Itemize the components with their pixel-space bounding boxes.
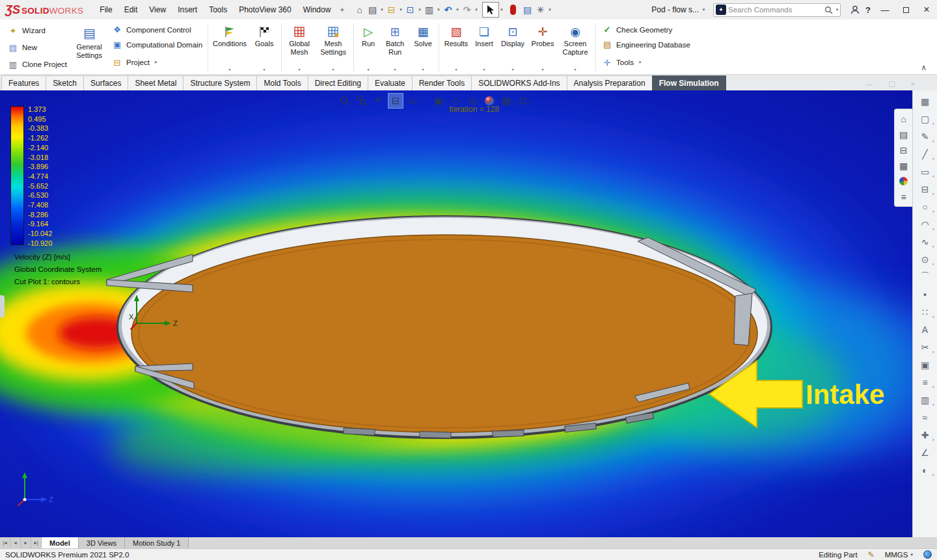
doc-minimize-icon[interactable]: — <box>865 80 873 88</box>
ellipse-icon[interactable]: ⊙▾ <box>915 250 936 268</box>
print-icon[interactable]: ▥ <box>423 2 436 18</box>
new-project-button[interactable]: ▤ New <box>4 42 70 54</box>
engineering-database-button[interactable]: ▤ Engineering Database <box>598 38 694 51</box>
move-entities-icon[interactable]: ✚▾ <box>915 426 936 444</box>
menu-view[interactable]: View <box>143 2 172 18</box>
circle-icon[interactable]: ○▾ <box>915 198 936 215</box>
tools-button[interactable]: ✛ Tools ▾ <box>598 53 694 72</box>
undo-caret-icon[interactable]: ▾ <box>455 2 461 18</box>
text-icon[interactable]: A <box>915 321 936 338</box>
insert-button[interactable]: ❏ Insert ▾ <box>471 21 497 74</box>
solve-button[interactable]: ▦ Solve ▾ <box>409 21 437 74</box>
menu-tools[interactable]: Tools <box>203 2 233 18</box>
goals-button[interactable]: Goals ▾ <box>249 21 279 74</box>
select-caret-icon[interactable]: ▾ <box>499 2 505 18</box>
collapse-ribbon-icon[interactable]: ∧ <box>913 63 934 74</box>
tab-render-tools[interactable]: Render Tools <box>412 75 472 90</box>
search-caret-icon[interactable]: ▾ <box>834 2 840 18</box>
menu-insert[interactable]: Insert <box>172 2 203 18</box>
shaded-sphere-icon[interactable]: ◐▾ <box>915 461 936 479</box>
graphics-viewport[interactable]: Intake X Z Z ↶ ⊟ ▭ <box>0 90 937 537</box>
check-geometry-button[interactable]: ✓ Check Geometry <box>598 23 694 36</box>
account-icon[interactable] <box>849 2 862 18</box>
tab-sheet-metal[interactable]: Sheet Metal <box>128 75 183 90</box>
gear-icon[interactable]: ✳ <box>534 2 547 18</box>
mirror-entities-icon[interactable]: ▥▾ <box>915 391 936 408</box>
section-view-icon[interactable]: ⊟ <box>388 93 403 109</box>
tab-analysis-preparation[interactable]: Analysis Preparation <box>567 75 653 90</box>
pin-menu-icon[interactable]: ✦ <box>339 6 345 14</box>
tools-caret-icon[interactable]: ▾ <box>637 55 643 70</box>
help-icon[interactable]: ? <box>862 2 875 18</box>
conditions-button[interactable]: Conditions ▾ <box>210 21 249 74</box>
zoom-to-area-icon[interactable] <box>354 93 370 109</box>
tab-3d-views[interactable]: 3D Views <box>79 537 125 548</box>
connection-globe-icon[interactable] <box>923 550 932 559</box>
wave-pattern-icon[interactable]: ≈ <box>915 408 936 426</box>
screen-capture-caret-icon[interactable]: ▾ <box>575 66 577 73</box>
tab-model[interactable]: Model <box>42 537 79 548</box>
apply-scene-icon[interactable]: ▦▾ <box>500 93 515 109</box>
results-button[interactable]: ▧ Results ▾ <box>441 21 471 74</box>
conditions-caret-icon[interactable]: ▾ <box>229 66 231 73</box>
wizard-button[interactable]: ✦ Wizard <box>4 25 70 37</box>
component-control-button[interactable]: ❖ Component Control <box>108 23 206 36</box>
document-title-caret-icon[interactable]: ▾ <box>701 2 707 18</box>
table-grid-icon[interactable]: ▦ <box>915 92 936 110</box>
gear-caret-icon[interactable]: ▾ <box>547 2 553 18</box>
appearances-icon[interactable] <box>897 174 911 188</box>
nav-last-icon[interactable]: ▸| <box>31 537 42 548</box>
spline-icon[interactable]: ∿▾ <box>915 233 936 250</box>
tab-direct-editing[interactable]: Direct Editing <box>308 75 368 90</box>
feature-manager-collapsed-tab[interactable] <box>0 295 5 317</box>
previous-view-icon[interactable]: ↶ <box>371 93 387 109</box>
search-icon[interactable] <box>823 6 834 14</box>
doc-restore-icon[interactable]: ▢ <box>888 79 895 88</box>
display-button[interactable]: ⊡ Display ▾ <box>497 21 528 74</box>
save-icon[interactable]: ⊡ <box>404 2 417 18</box>
nav-first-icon[interactable]: |◂ <box>0 537 10 548</box>
nav-next-icon[interactable]: ▸ <box>21 537 31 548</box>
new-document-icon[interactable]: ▤ <box>366 2 379 18</box>
tab-flow-simulation[interactable]: Flow Simulation <box>652 75 726 90</box>
zoom-fit-icon[interactable] <box>337 93 353 109</box>
solve-caret-icon[interactable]: ▾ <box>422 66 424 73</box>
search-commands-box[interactable]: ✦ ▾ <box>713 3 841 17</box>
goals-caret-icon[interactable]: ▾ <box>264 66 265 73</box>
design-library-icon[interactable]: ▤ <box>897 127 911 141</box>
slot-icon[interactable]: ⊟▾ <box>915 180 936 198</box>
tab-surfaces[interactable]: Surfaces <box>83 75 128 90</box>
probes-button[interactable]: ✛ Probes ▾ <box>528 21 557 74</box>
menu-file[interactable]: File <box>94 2 118 18</box>
tab-motion-study-1[interactable]: Motion Study 1 <box>125 537 189 548</box>
display-caret-icon[interactable]: ▾ <box>512 66 514 73</box>
close-button[interactable]: × <box>916 1 937 19</box>
angle-measure-icon[interactable]: ∠ <box>915 444 936 461</box>
new-caret-icon[interactable]: ▾ <box>379 2 385 18</box>
pattern-icon[interactable]: ∷▾ <box>915 303 936 321</box>
tab-evaluate[interactable]: Evaluate <box>368 75 413 90</box>
point-icon[interactable]: • <box>915 286 936 303</box>
drawing-view-icon[interactable]: ▭ <box>405 93 420 109</box>
view-orientation-icon[interactable]: ▣▾ <box>432 93 448 109</box>
run-caret-icon[interactable]: ▾ <box>368 66 370 73</box>
nav-prev-icon[interactable]: ◂ <box>10 537 21 548</box>
print-caret-icon[interactable]: ▾ <box>436 2 442 18</box>
project-caret-icon[interactable]: ▾ <box>153 55 159 70</box>
select-cursor-icon[interactable] <box>482 2 499 18</box>
search-input[interactable] <box>728 6 823 14</box>
offset-entities-icon[interactable]: ≡▾ <box>915 373 936 391</box>
batch-run-caret-icon[interactable]: ▾ <box>394 66 396 73</box>
tab-solidworks-add-ins[interactable]: SOLIDWORKS Add-Ins <box>471 75 567 90</box>
pencil-sketch-icon[interactable]: ✎▾ <box>915 127 936 145</box>
resources-home-icon[interactable]: ⌂ <box>897 112 911 126</box>
minimize-button[interactable]: — <box>875 1 895 19</box>
arc-icon[interactable]: ◠▾ <box>915 215 936 233</box>
screen-capture-button[interactable]: ◉ Screen Capture ▾ <box>557 21 593 74</box>
file-explorer-icon[interactable]: ⊟ <box>897 143 911 157</box>
run-button[interactable]: ▷ Run ▾ <box>356 21 381 74</box>
insert-caret-icon[interactable]: ▾ <box>483 66 485 73</box>
view-palette-icon[interactable]: ▦ <box>897 159 911 172</box>
menu-edit[interactable]: Edit <box>118 2 144 18</box>
tab-sketch[interactable]: Sketch <box>46 75 84 90</box>
